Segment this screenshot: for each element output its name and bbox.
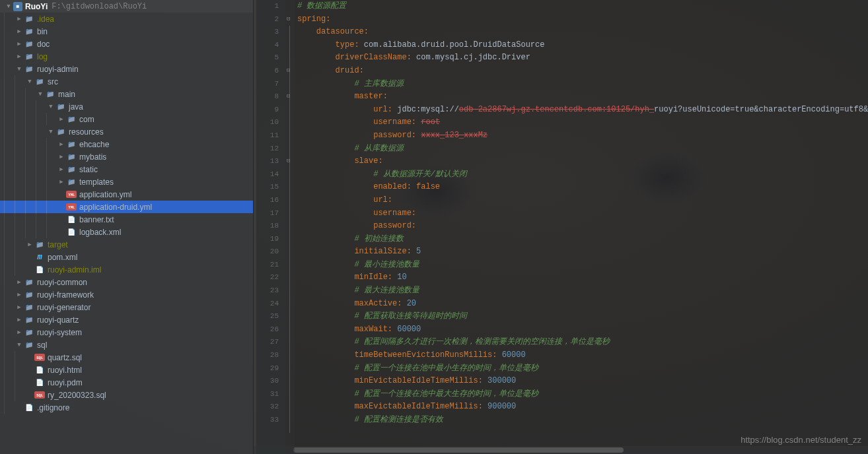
chevron-right-icon[interactable] <box>57 115 66 123</box>
code-fold-gutter[interactable]: ⊟ ⊟ ⊟ ⊟ <box>285 0 295 454</box>
folder-icon <box>24 315 34 325</box>
chevron-down-icon[interactable] <box>25 79 34 85</box>
tree-folder-src[interactable]: src <box>0 75 253 88</box>
watermark-text: https://blog.csdn.net/student_zz <box>741 435 861 445</box>
tree-folder-doc[interactable]: doc <box>0 38 253 50</box>
tree-package-com[interactable]: com <box>0 113 253 125</box>
chevron-right-icon[interactable] <box>57 141 66 148</box>
folder-icon <box>34 240 45 250</box>
tree-module-ruoyi-generator[interactable]: ruoyi-generator <box>0 301 253 313</box>
tree-module-ruoyi-admin[interactable]: ruoyi-admin <box>0 63 253 75</box>
tree-file-pom-xml[interactable]: pom.xml <box>0 251 253 263</box>
chevron-right-icon[interactable] <box>15 278 24 286</box>
tree-folder-templates[interactable]: templates <box>0 176 253 188</box>
chevron-right-icon[interactable] <box>57 178 66 185</box>
tree-module-ruoyi-system[interactable]: ruoyi-system <box>0 326 253 339</box>
vertical-scrollbar[interactable] <box>859 0 868 443</box>
chevron-right-icon[interactable] <box>15 329 24 336</box>
chevron-right-icon[interactable] <box>15 316 24 323</box>
folder-icon <box>66 152 77 162</box>
maven-icon <box>34 252 45 263</box>
tree-folder-sql[interactable]: sql <box>0 339 253 351</box>
tree-file-ry-sql[interactable]: ry_20200323.sql <box>0 389 253 401</box>
folder-icon <box>45 89 55 100</box>
tree-file-application-yml[interactable]: application.yml <box>0 188 253 201</box>
tree-file-banner-txt[interactable]: banner.txt <box>0 213 253 226</box>
chevron-down-icon[interactable] <box>15 342 24 348</box>
folder-icon <box>24 39 34 49</box>
chevron-down-icon[interactable] <box>36 91 45 98</box>
tree-folder-bin[interactable]: bin <box>0 25 253 38</box>
project-tree-panel[interactable]: ■ RuoYi F:\gitdwonload\RuoYi .idea bin d… <box>0 0 254 454</box>
tree-folder-static[interactable]: static <box>0 163 253 176</box>
fold-minus-icon[interactable]: ⊟ <box>287 90 290 104</box>
tree-file-ruoyi-admin-iml[interactable]: ruoyi-admin.iml <box>0 263 253 276</box>
iml-file-icon <box>34 265 45 275</box>
yml-icon <box>66 203 77 211</box>
folder-icon <box>66 139 77 150</box>
folder-icon <box>24 327 34 338</box>
tree-folder-mybatis[interactable]: mybatis <box>0 150 253 163</box>
chevron-right-icon[interactable] <box>57 166 66 173</box>
chevron-down-icon[interactable] <box>4 3 13 10</box>
folder-icon <box>24 51 34 62</box>
tree-file-logback-xml[interactable]: logback.xml <box>0 226 253 238</box>
folder-icon <box>24 26 34 37</box>
chevron-down-icon[interactable] <box>15 66 24 73</box>
folder-icon <box>34 77 45 87</box>
chevron-down-icon[interactable] <box>46 104 55 110</box>
project-name: RuoYi <box>25 2 48 11</box>
module-icon: ■ <box>13 2 22 11</box>
sql-file-icon <box>34 354 45 361</box>
folder-icon <box>55 127 66 137</box>
xml-file-icon <box>66 227 77 238</box>
tree-file-ruoyi-pdm[interactable]: ruoyi.pdm <box>0 376 253 389</box>
tree-module-ruoyi-quartz[interactable]: ruoyi-quartz <box>0 313 253 326</box>
chevron-right-icon[interactable] <box>25 241 34 248</box>
chevron-down-icon[interactable] <box>46 129 55 135</box>
folder-icon <box>24 290 34 300</box>
fold-minus-icon[interactable]: ⊟ <box>287 155 290 168</box>
chevron-right-icon[interactable] <box>15 291 24 298</box>
sql-file-icon <box>34 391 45 399</box>
yml-icon <box>66 191 77 198</box>
chevron-right-icon[interactable] <box>15 40 24 48</box>
project-path: F:\gitdwonload\RuoYi <box>52 2 147 11</box>
folder-icon <box>24 14 34 24</box>
folder-icon <box>24 302 34 313</box>
html-file-icon <box>34 365 45 375</box>
tree-folder-ehcache[interactable]: ehcache <box>0 138 253 150</box>
file-icon <box>34 377 45 388</box>
code-editor[interactable]: ⊟ ⊟ ⊟ ⊟ # 数据源配置 spring: datasource: type… <box>256 0 868 454</box>
folder-icon <box>66 114 77 125</box>
tree-file-gitignore[interactable]: .gitignore <box>0 401 253 414</box>
tree-project-root[interactable]: ■ RuoYi F:\gitdwonload\RuoYi <box>0 0 253 13</box>
tree-file-application-druid-yml[interactable]: application-druid.yml <box>0 201 253 213</box>
chevron-right-icon[interactable] <box>15 28 24 35</box>
tree-folder-idea[interactable]: .idea <box>0 13 253 25</box>
tree-module-ruoyi-common[interactable]: ruoyi-common <box>0 276 253 288</box>
folder-icon <box>24 340 34 350</box>
line-number-gutter[interactable] <box>256 0 285 454</box>
chevron-right-icon[interactable] <box>15 53 24 60</box>
text-file-icon <box>66 214 77 225</box>
ide-root: ■ RuoYi F:\gitdwonload\RuoYi .idea bin d… <box>0 0 868 454</box>
tree-module-ruoyi-framework[interactable]: ruoyi-framework <box>0 288 253 301</box>
folder-icon <box>66 177 77 187</box>
tree-folder-java[interactable]: java <box>0 100 253 113</box>
tree-folder-main[interactable]: main <box>0 88 253 100</box>
fold-minus-icon[interactable]: ⊟ <box>287 65 290 78</box>
fold-minus-icon[interactable]: ⊟ <box>287 13 290 26</box>
tree-file-quartz-sql[interactable]: quartz.sql <box>0 351 253 364</box>
folder-icon <box>24 64 34 75</box>
tree-file-ruoyi-html[interactable]: ruoyi.html <box>0 364 253 376</box>
tree-folder-log[interactable]: log <box>0 50 253 63</box>
code-text-area[interactable]: # 数据源配置 spring: datasource: type: com.al… <box>295 0 868 454</box>
chevron-right-icon[interactable] <box>15 304 24 311</box>
chevron-right-icon[interactable] <box>57 153 66 160</box>
file-icon <box>24 403 34 413</box>
tree-folder-target[interactable]: target <box>0 238 253 251</box>
chevron-right-icon[interactable] <box>15 15 24 22</box>
tree-folder-resources[interactable]: resources <box>0 125 253 138</box>
folder-icon <box>66 164 77 175</box>
